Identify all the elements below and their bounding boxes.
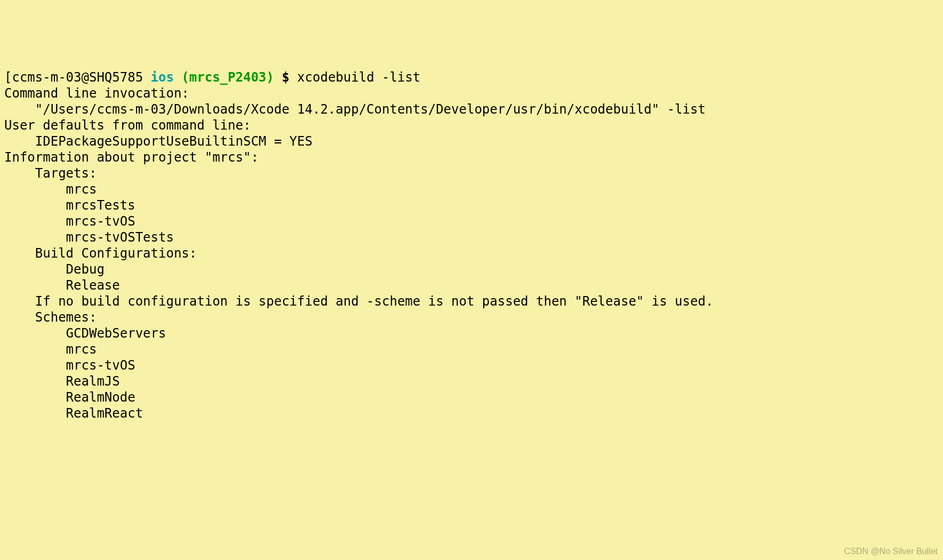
watermark-text: CSDN @No Silver Bullet — [844, 546, 938, 557]
output-line: RealmReact — [4, 405, 939, 421]
terminal-output: [ccms-m-03@SHQ5785 ios (mrcs_P2403) $ xc… — [4, 69, 939, 421]
prompt-bracket: [ — [4, 70, 12, 85]
command-text: xcodebuild -list — [297, 70, 420, 85]
output-line: Information about project "mrcs": — [4, 149, 939, 165]
output-line: Build Configurations: — [4, 245, 939, 261]
output-line: mrcs — [4, 181, 939, 197]
output-line: Command line invocation: — [4, 85, 939, 101]
prompt-branch: (mrcs_P2403) — [181, 70, 274, 85]
prompt-host: ccms-m-03@SHQ5785 — [12, 70, 143, 85]
output-line: mrcs — [4, 341, 939, 357]
output-line: mrcs-tvOS — [4, 357, 939, 373]
prompt-directory: ios — [151, 70, 174, 85]
output-line: User defaults from command line: — [4, 117, 939, 133]
output-line: GCDWebServers — [4, 325, 939, 341]
output-line: Debug — [4, 261, 939, 277]
output-line: If no build configuration is specified a… — [4, 293, 939, 309]
prompt-dollar: $ — [282, 70, 289, 85]
output-line: Release — [4, 277, 939, 293]
output-line: IDEPackageSupportUseBuiltinSCM = YES — [4, 133, 939, 149]
output-line: Targets: — [4, 165, 939, 181]
output-line: "/Users/ccms-m-03/Downloads/Xcode 14.2.a… — [4, 101, 939, 117]
output-line: mrcs-tvOSTests — [4, 229, 939, 245]
output-line: RealmNode — [4, 389, 939, 405]
output-line: mrcsTests — [4, 197, 939, 213]
output-line: Schemes: — [4, 309, 939, 325]
output-line: RealmJS — [4, 373, 939, 389]
output-line: mrcs-tvOS — [4, 213, 939, 229]
prompt-line[interactable]: [ccms-m-03@SHQ5785 ios (mrcs_P2403) $ xc… — [4, 69, 939, 85]
